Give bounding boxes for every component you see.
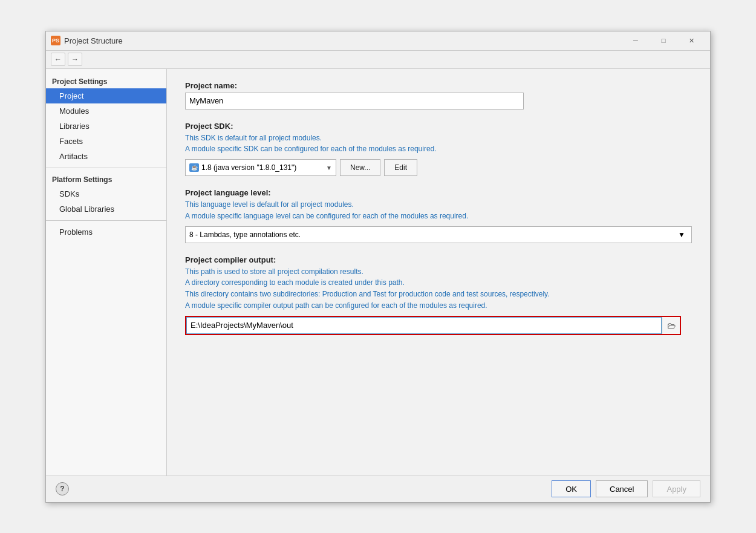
- help-button[interactable]: ?: [56, 482, 69, 495]
- maximize-button[interactable]: □: [650, 31, 677, 50]
- sidebar: Project Settings Project Modules Librari…: [46, 69, 167, 476]
- project-settings-section: Project Settings: [46, 74, 166, 88]
- project-lang-label: Project language level:: [185, 188, 692, 197]
- apply-button[interactable]: Apply: [653, 480, 700, 497]
- sdk-desc2: A module specific SDK can be configured …: [185, 144, 692, 154]
- sidebar-divider2: [46, 220, 166, 221]
- main-panel: Project name: Project SDK: This SDK is d…: [167, 69, 710, 476]
- sdk-edit-button[interactable]: Edit: [384, 159, 417, 176]
- minimize-button[interactable]: ─: [622, 31, 650, 50]
- lang-dropdown-arrow-icon: ▼: [678, 231, 685, 239]
- compiler-output-group: Project compiler output: This path is us…: [185, 255, 692, 335]
- project-name-label: Project name:: [185, 81, 692, 90]
- sdk-dropdown[interactable]: ☕ 1.8 (java version "1.8.0_131") ▼: [185, 159, 336, 176]
- compiler-desc3: This directory contains two subdirectori…: [185, 289, 692, 299]
- compiler-desc1: This path is used to store all project c…: [185, 267, 692, 277]
- sdk-java-icon: ☕: [189, 163, 199, 172]
- sidebar-item-artifacts[interactable]: Artifacts: [46, 149, 166, 164]
- sidebar-item-modules[interactable]: Modules: [46, 103, 166, 119]
- compiler-desc2: A directory corresponding to each module…: [185, 278, 692, 288]
- sdk-dropdown-value: 1.8 (java version "1.8.0_131"): [201, 163, 296, 172]
- sidebar-item-libraries[interactable]: Libraries: [46, 119, 166, 134]
- main-content: Project Settings Project Modules Librari…: [46, 69, 710, 476]
- lang-level-value: 8 - Lambdas, type annotations etc.: [189, 231, 301, 239]
- sidebar-divider: [46, 168, 166, 168]
- sidebar-item-sdks[interactable]: SDKs: [46, 186, 166, 201]
- compiler-output-label: Project compiler output:: [185, 255, 692, 264]
- folder-icon: 🗁: [667, 321, 676, 330]
- project-name-input[interactable]: [185, 93, 524, 110]
- sidebar-item-global-libraries[interactable]: Global Libraries: [46, 201, 166, 217]
- lang-desc2: A module specific language level can be …: [185, 211, 692, 221]
- project-lang-group: Project language level: This language le…: [185, 188, 692, 243]
- window-controls: ─ □ ✕: [622, 31, 705, 50]
- sdk-row: ☕ 1.8 (java version "1.8.0_131") ▼ New..…: [185, 159, 692, 176]
- sidebar-item-project[interactable]: Project: [46, 88, 166, 103]
- window-title: Project Structure: [64, 36, 123, 45]
- close-button[interactable]: ✕: [677, 31, 705, 50]
- forward-button[interactable]: →: [68, 53, 82, 66]
- project-structure-window: PS Project Structure ─ □ ✕ ← → Project S…: [45, 31, 711, 503]
- bottom-bar: ? OK Cancel Apply: [46, 476, 710, 502]
- sdk-new-button[interactable]: New...: [340, 159, 380, 176]
- compiler-output-input[interactable]: [186, 317, 662, 334]
- sidebar-item-problems[interactable]: Problems: [46, 224, 166, 240]
- app-icon: PS: [51, 36, 60, 45]
- compiler-output-folder-button[interactable]: 🗁: [662, 317, 680, 334]
- lang-desc1: This language level is default for all p…: [185, 200, 692, 210]
- sdk-dropdown-arrow-icon: ▼: [326, 165, 332, 171]
- nav-bar: ← →: [46, 51, 710, 69]
- titlebar: PS Project Structure ─ □ ✕: [46, 31, 710, 51]
- sidebar-item-facets[interactable]: Facets: [46, 134, 166, 149]
- cancel-button[interactable]: Cancel: [596, 480, 648, 497]
- compiler-desc4: A module specific compiler output path c…: [185, 301, 692, 311]
- lang-level-dropdown[interactable]: 8 - Lambdas, type annotations etc. ▼: [185, 226, 692, 243]
- ok-button[interactable]: OK: [552, 480, 591, 497]
- compiler-output-row: 🗁: [185, 316, 681, 335]
- bottom-actions: OK Cancel Apply: [552, 480, 700, 497]
- project-name-group: Project name:: [185, 81, 692, 110]
- project-sdk-group: Project SDK: This SDK is default for all…: [185, 122, 692, 177]
- platform-settings-section: Platform Settings: [46, 172, 166, 186]
- back-button[interactable]: ←: [51, 53, 65, 66]
- sdk-desc1: This SDK is default for all project modu…: [185, 133, 692, 143]
- project-sdk-label: Project SDK:: [185, 122, 692, 131]
